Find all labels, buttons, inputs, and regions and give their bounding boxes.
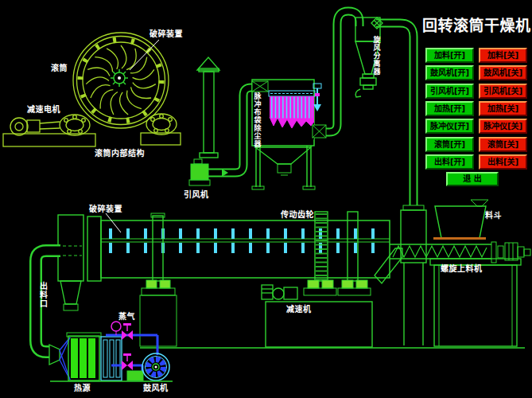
label-reducer: 减速机 bbox=[286, 306, 312, 314]
label-id-fan: 引风机 bbox=[184, 191, 209, 200]
btn-pulse-on[interactable]: 脉冲仪[开] bbox=[425, 119, 474, 134]
label-gear-motor: 减速电机 bbox=[27, 106, 60, 115]
id-fan bbox=[189, 159, 228, 185]
btn-drum-on[interactable]: 滚筒[开] bbox=[425, 137, 474, 152]
btn-heat-on[interactable]: 加热[开] bbox=[425, 101, 474, 116]
label-screw-feeder: 螺旋上料机 bbox=[441, 265, 483, 274]
drum-cross-section bbox=[73, 33, 169, 128]
label-drum: 滚筒 bbox=[51, 64, 68, 73]
label-bag-filter: 脉冲布袋除尘器 bbox=[253, 92, 260, 154]
label-crusher-drum: 破碎装置 bbox=[89, 205, 122, 214]
steam-valve-1 bbox=[122, 323, 133, 340]
label-blower: 鼓风机 bbox=[143, 384, 169, 393]
reducer-drive bbox=[262, 285, 297, 299]
steam-valve-2 bbox=[122, 353, 133, 370]
pressure-gauge bbox=[111, 322, 121, 331]
btn-blower-on[interactable]: 鼓风机[开] bbox=[425, 65, 474, 80]
btn-discharge-off[interactable]: 出料[关] bbox=[479, 154, 527, 170]
exhaust-system bbox=[189, 11, 424, 210]
label-cyclone: 旋风分离器 bbox=[372, 36, 379, 82]
label-crusher-top: 破碎装置 bbox=[150, 30, 183, 39]
hmi-screen: 破碎装置 滚筒 减速电机 滚筒内部结构 脉冲布袋除尘器 旋风分离器 引风机 出料… bbox=[0, 0, 532, 398]
label-discharge-outlet: 出料口 bbox=[38, 282, 47, 314]
rotary-drum bbox=[87, 212, 525, 348]
leader-lines bbox=[106, 40, 159, 232]
btn-feed-off[interactable]: 加料[关] bbox=[479, 48, 527, 63]
hopper-level-bar bbox=[433, 237, 486, 240]
btn-idfan-off[interactable]: 引风机[关] bbox=[479, 84, 527, 99]
label-drum-internal: 滚筒内部结构 bbox=[95, 150, 145, 158]
chimney bbox=[197, 57, 219, 158]
btn-drum-off[interactable]: 滚筒[关] bbox=[479, 137, 527, 152]
downpipe-flange bbox=[403, 205, 424, 210]
btn-pulse-off[interactable]: 脉冲仪[关] bbox=[479, 119, 527, 134]
heat-source-unit bbox=[50, 322, 173, 381]
crusher-hub bbox=[111, 69, 128, 87]
page-title: 回转滚筒干燥机 bbox=[422, 14, 531, 35]
btn-feed-on[interactable]: 加料[开] bbox=[425, 48, 474, 63]
label-hopper: 料斗 bbox=[485, 212, 502, 220]
blower-fan bbox=[142, 353, 169, 380]
bag-filter bbox=[252, 80, 326, 189]
btn-heat-off[interactable]: 加热[关] bbox=[479, 101, 527, 116]
btn-discharge-on[interactable]: 出料[开] bbox=[425, 154, 474, 170]
label-steam: 蒸气 bbox=[118, 313, 135, 322]
reducer-foundation bbox=[266, 302, 372, 347]
label-drive-gear: 传动齿轮 bbox=[281, 211, 314, 220]
btn-idfan-on[interactable]: 引风机[开] bbox=[425, 84, 474, 99]
condensate-pump bbox=[127, 371, 143, 380]
btn-exit[interactable]: 退 出 bbox=[446, 172, 499, 186]
label-heat-source: 热源 bbox=[74, 384, 91, 393]
btn-blower-off[interactable]: 鼓风机[关] bbox=[479, 65, 527, 80]
